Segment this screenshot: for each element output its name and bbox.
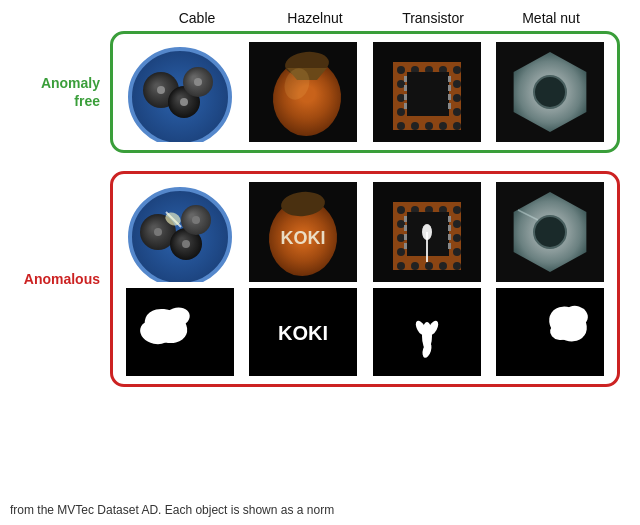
col-header-transistor: Transistor <box>374 10 492 26</box>
anomaly-free-images-row <box>121 42 609 142</box>
anomalous-label: Anomalous <box>20 270 110 288</box>
column-headers: Cable Hazelnut Transistor Metal nut <box>120 10 620 26</box>
hazelnut-anom-image <box>249 182 357 282</box>
hazelnut-af-image <box>249 42 357 142</box>
anomaly-free-label: Anomaly free <box>20 74 110 110</box>
col-header-cable: Cable <box>138 10 256 26</box>
main-container: Cable Hazelnut Transistor Metal nut Anom… <box>0 0 640 525</box>
cable-anom-image <box>126 182 234 282</box>
transistor-mask <box>373 288 481 376</box>
mask-images-row <box>121 288 609 376</box>
metalnut-mask <box>496 288 604 376</box>
col-header-metalnut: Metal nut <box>492 10 610 26</box>
metalnut-anom-image <box>496 182 604 282</box>
anomaly-free-box <box>110 31 620 153</box>
anomalous-box <box>110 171 620 387</box>
col-header-hazelnut: Hazelnut <box>256 10 374 26</box>
transistor-af-image <box>373 42 481 142</box>
transistor-anom-image <box>373 182 481 282</box>
anomalous-images-row <box>121 182 609 282</box>
metalnut-af-image <box>496 42 604 142</box>
cable-mask <box>126 288 234 376</box>
anomalous-section: Anomalous <box>20 171 620 387</box>
cable-af-image <box>126 42 234 142</box>
anomaly-free-section: Anomaly free <box>20 31 620 153</box>
hazelnut-mask <box>249 288 357 376</box>
footer-caption: from the MVTec Dataset AD. Each object i… <box>10 503 630 517</box>
